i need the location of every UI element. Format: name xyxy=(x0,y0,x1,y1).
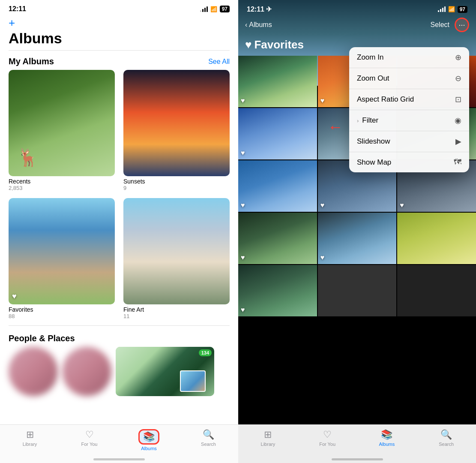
grid-photo-12[interactable] xyxy=(397,213,476,264)
map-icon: 🗺 xyxy=(454,158,461,167)
menu-label-zoom-out: Zoom Out xyxy=(357,74,389,83)
grid-heart-11: ♥ xyxy=(320,254,325,262)
tab-label-foryou-right: For You xyxy=(319,442,335,447)
status-bar-left: 12:11 📶 97 xyxy=(0,0,238,15)
grid-heart-4: ♥ xyxy=(241,149,245,157)
map-thumb[interactable]: 134 xyxy=(116,347,214,396)
grid-photo-13[interactable]: ♥ xyxy=(238,265,317,316)
menu-label-zoom-in: Zoom In xyxy=(357,53,383,62)
menu-item-zoom-in[interactable]: Zoom In ⊕ xyxy=(349,47,469,68)
album-cell-sunsets[interactable]: Sunsets 9 xyxy=(119,70,230,198)
menu-item-slideshow[interactable]: Slideshow ▶ xyxy=(349,131,469,152)
map-badge: 134 xyxy=(199,349,212,356)
people-places-label: People & Places xyxy=(9,334,75,343)
filter-arrow-icon: › xyxy=(357,117,359,124)
menu-label-aspect-ratio: Aspect Ratio Grid xyxy=(357,95,414,104)
tab-albums-left[interactable]: 📚 Albums xyxy=(119,429,179,451)
see-all-button[interactable]: See All xyxy=(208,58,230,66)
menu-label-show-map: Show Map xyxy=(357,158,391,167)
back-chevron-icon: ‹ xyxy=(245,21,247,29)
album-cell-favorites[interactable]: ♥ Favorites 88 xyxy=(9,198,119,326)
search-icon-right: 🔍 xyxy=(440,429,452,440)
status-bar-right: 12:11 ✈ 📶 97 xyxy=(238,0,476,16)
tab-label-albums-left: Albums xyxy=(141,446,157,451)
right-nav: ‹ Albums Select ··· xyxy=(238,16,476,36)
library-icon-right: ⊞ xyxy=(264,429,272,440)
grid-photo-10[interactable]: ♥ xyxy=(238,213,317,264)
my-albums-label: My Albums xyxy=(9,57,54,66)
album-thumb-favorites: ♥ xyxy=(9,198,115,304)
album-thumb-sunsets xyxy=(123,70,230,176)
map-photo xyxy=(180,370,206,392)
people-header: People & Places xyxy=(9,328,230,347)
person-thumb-2[interactable] xyxy=(62,347,111,396)
search-icon-left: 🔍 xyxy=(203,429,214,440)
grid-photo-15 xyxy=(397,265,476,316)
left-header: + Albums xyxy=(0,15,238,50)
heart-icon-favorites: ♥ xyxy=(12,292,17,301)
annotation-arrow: ← xyxy=(328,118,343,136)
tab-bar-right: ⊞ Library ♡ For You 📚 Albums 🔍 Search xyxy=(238,424,476,463)
add-button[interactable]: + xyxy=(9,17,15,28)
album-name-recents: Recents xyxy=(9,178,115,185)
grid-photo-7[interactable]: ♥ xyxy=(238,160,317,212)
signal-icon-right xyxy=(438,6,446,12)
grid-heart-10: ♥ xyxy=(241,254,245,262)
tab-bar-left: ⊞ Library ♡ For You 📚 Albums 🔍 Search xyxy=(0,424,238,463)
album-name-favorites: Favorites xyxy=(9,306,115,313)
menu-item-filter[interactable]: › Filter ◉ xyxy=(349,110,469,131)
grid-heart-9: ♥ xyxy=(400,201,404,209)
back-button[interactable]: ‹ Albums xyxy=(245,21,272,29)
zoom-in-icon: ⊕ xyxy=(455,53,461,62)
album-name-sunsets: Sunsets xyxy=(123,178,230,185)
grid-photo-4[interactable]: ♥ xyxy=(238,108,317,159)
menu-label-filter: Filter xyxy=(362,116,378,125)
person-thumb-1[interactable] xyxy=(9,347,58,396)
grid-heart-13: ♥ xyxy=(241,306,245,314)
filter-left: › Filter xyxy=(357,116,378,125)
page-title: Albums xyxy=(9,30,230,47)
divider-middle xyxy=(9,325,230,326)
map-content: 134 xyxy=(116,347,214,396)
dropdown-menu: Zoom In ⊕ Zoom Out ⊖ Aspect Ratio Grid ⊡… xyxy=(349,47,469,172)
tab-label-search-left: Search xyxy=(201,442,216,447)
tab-library-left[interactable]: ⊞ Library xyxy=(0,429,60,447)
tab-foryou-left[interactable]: ♡ For You xyxy=(60,429,119,447)
tab-label-albums-right: Albums xyxy=(379,442,395,447)
albums-grid: Recents 2,853 Sunsets 9 ♥ Favorites 88 F… xyxy=(0,70,238,326)
menu-item-aspect-ratio[interactable]: Aspect Ratio Grid ⊡ xyxy=(349,89,469,110)
grid-heart-2: ♥ xyxy=(320,97,325,105)
time-left: 12:11 xyxy=(9,5,26,13)
menu-label-slideshow: Slideshow xyxy=(357,137,390,146)
more-button[interactable]: ··· xyxy=(455,18,469,32)
home-indicator-right xyxy=(332,458,383,460)
library-icon-left: ⊞ xyxy=(26,429,34,440)
grid-photo-1[interactable]: ♥ xyxy=(238,56,317,107)
grid-photo-14 xyxy=(318,265,397,316)
tab-search-left[interactable]: 🔍 Search xyxy=(179,429,238,447)
my-albums-header: My Albums See All xyxy=(0,51,238,70)
heart-icon-title: ♥ xyxy=(245,38,251,51)
tab-search-right[interactable]: 🔍 Search xyxy=(416,429,476,447)
album-cell-fineart[interactable]: Fine Art 11 xyxy=(119,198,230,326)
album-count-favorites: 88 xyxy=(9,313,115,319)
album-thumb-fineart xyxy=(123,198,230,304)
tab-foryou-right[interactable]: ♡ For You xyxy=(298,429,357,447)
album-count-recents: 2,853 xyxy=(9,185,115,191)
grid-photo-11[interactable]: ♥ xyxy=(318,213,397,264)
select-button[interactable]: Select xyxy=(431,21,449,29)
menu-item-show-map[interactable]: Show Map 🗺 xyxy=(349,152,469,172)
albums-icon-left: 📚 xyxy=(143,431,155,442)
tab-albums-right[interactable]: 📚 Albums xyxy=(357,429,417,447)
battery-right: 97 xyxy=(458,6,467,13)
tab-label-library-left: Library xyxy=(23,442,37,447)
battery-left: 97 xyxy=(220,6,230,12)
grid-heart-1: ♥ xyxy=(241,97,245,105)
foryou-icon-right: ♡ xyxy=(323,429,332,440)
menu-item-zoom-out[interactable]: Zoom Out ⊖ xyxy=(349,68,469,89)
left-panel: 12:11 📶 97 + Albums My Albums See All Re… xyxy=(0,0,238,463)
aspect-ratio-icon: ⊡ xyxy=(455,95,461,104)
ellipsis-icon: ··· xyxy=(458,21,465,30)
tab-library-right[interactable]: ⊞ Library xyxy=(238,429,298,447)
album-cell-recents[interactable]: Recents 2,853 xyxy=(9,70,119,198)
